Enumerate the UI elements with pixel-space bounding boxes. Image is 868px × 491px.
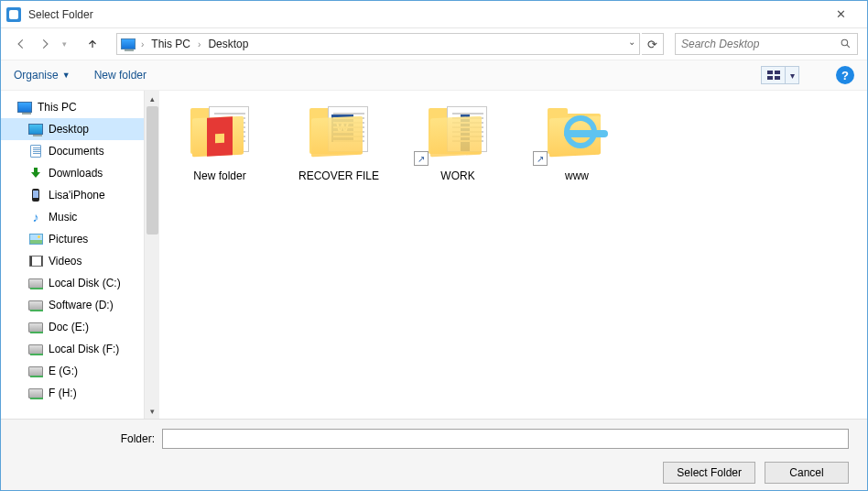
tree-label: Downloads bbox=[49, 167, 103, 180]
new-folder-button[interactable]: New folder bbox=[94, 69, 146, 82]
tree-label: This PC bbox=[38, 101, 77, 114]
folder-input[interactable] bbox=[162, 429, 849, 449]
disk-icon bbox=[28, 300, 43, 311]
search-icon bbox=[840, 38, 852, 52]
phone-icon bbox=[32, 189, 39, 202]
tree-label: Local Disk (C:) bbox=[49, 277, 121, 289]
back-button[interactable] bbox=[10, 33, 32, 55]
tree-label: Documents bbox=[49, 145, 104, 158]
nav-row: ▾ › This PC › Desktop ⌄ ⟳ bbox=[1, 28, 867, 60]
app-icon bbox=[6, 7, 21, 22]
organise-menu[interactable]: Organise ▼ bbox=[14, 69, 71, 82]
item-www[interactable]: ↗ www bbox=[531, 100, 623, 182]
nav-tree: This PC Desktop Documents Downloads Lisa… bbox=[1, 91, 144, 419]
tree-disk-e[interactable]: Doc (E:) bbox=[1, 316, 144, 338]
tree-disk-d[interactable]: Software (D:) bbox=[1, 294, 144, 316]
documents-icon bbox=[30, 145, 41, 158]
crumb-desktop[interactable]: Desktop bbox=[204, 37, 252, 51]
tree-phone[interactable]: Lisa'iPhone bbox=[1, 184, 144, 206]
tree-disk-h[interactable]: F (H:) bbox=[1, 382, 144, 404]
tree-label: Software (D:) bbox=[49, 299, 114, 311]
cancel-button[interactable]: Cancel bbox=[765, 462, 849, 484]
chevron-right-icon: › bbox=[139, 39, 146, 49]
desktop-icon bbox=[28, 124, 43, 135]
svg-rect-4 bbox=[775, 76, 780, 80]
tree-label: E (G:) bbox=[49, 365, 78, 377]
new-folder-label: New folder bbox=[94, 69, 146, 82]
tree-downloads[interactable]: Downloads bbox=[1, 162, 144, 184]
item-label: WORK bbox=[412, 169, 504, 182]
forward-button[interactable] bbox=[34, 33, 56, 55]
tree-documents[interactable]: Documents bbox=[1, 140, 144, 162]
search-box[interactable] bbox=[675, 33, 858, 55]
downloads-icon bbox=[29, 167, 42, 180]
footer: Folder: Select Folder Cancel bbox=[1, 419, 867, 490]
tree-scrollbar[interactable]: ▴ ▾ bbox=[144, 91, 159, 419]
tree-disk-f[interactable]: Local Disk (F:) bbox=[1, 338, 144, 360]
svg-point-0 bbox=[841, 39, 848, 46]
chevron-down-icon: ▼ bbox=[62, 71, 71, 80]
file-pane[interactable]: New folder W RECOVER FILE ↗ WORK ↗ www bbox=[159, 91, 867, 419]
titlebar: Select Folder ✕ bbox=[1, 1, 867, 28]
select-folder-button[interactable]: Select Folder bbox=[663, 462, 755, 484]
tree-label: Music bbox=[49, 211, 77, 224]
item-recover-file[interactable]: W RECOVER FILE bbox=[293, 100, 385, 182]
item-work[interactable]: ↗ WORK bbox=[412, 100, 504, 182]
scroll-up-icon[interactable]: ▴ bbox=[145, 91, 159, 106]
tree-label: Lisa'iPhone bbox=[49, 189, 105, 202]
shortcut-icon: ↗ bbox=[414, 151, 429, 166]
address-bar[interactable]: › This PC › Desktop ⌄ bbox=[116, 33, 640, 55]
tree-music[interactable]: ♪Music bbox=[1, 206, 144, 228]
help-button[interactable]: ? bbox=[836, 66, 854, 84]
pc-icon bbox=[17, 102, 32, 113]
disk-icon bbox=[28, 388, 43, 398]
tree-pictures[interactable]: Pictures bbox=[1, 228, 144, 250]
view-mode-dropdown[interactable]: ▾ bbox=[785, 66, 799, 84]
window-title: Select Folder bbox=[28, 8, 93, 21]
tree-label: Desktop bbox=[49, 123, 89, 136]
disk-icon bbox=[28, 344, 43, 355]
folder-field-label: Folder: bbox=[19, 432, 155, 445]
tree-label: Videos bbox=[49, 255, 81, 267]
videos-icon bbox=[29, 256, 43, 267]
tree-disk-c[interactable]: Local Disk (C:) bbox=[1, 272, 144, 294]
toolbar: Organise ▼ New folder ▾ ? bbox=[1, 60, 867, 91]
chevron-right-icon: › bbox=[196, 39, 202, 49]
item-new-folder[interactable]: New folder bbox=[174, 100, 266, 182]
up-button[interactable] bbox=[81, 33, 103, 55]
tree-label: Pictures bbox=[49, 233, 88, 246]
tree-label: F (H:) bbox=[49, 387, 77, 399]
tree-label: Doc (E:) bbox=[49, 321, 89, 333]
tree-disk-g[interactable]: E (G:) bbox=[1, 360, 144, 382]
scroll-down-icon[interactable]: ▾ bbox=[145, 403, 159, 419]
music-icon: ♪ bbox=[28, 210, 43, 224]
pc-icon bbox=[121, 38, 136, 49]
crumb-this-pc[interactable]: This PC bbox=[147, 37, 194, 51]
disk-icon bbox=[28, 366, 43, 376]
disk-icon bbox=[28, 278, 43, 289]
item-label: New folder bbox=[174, 169, 266, 182]
tree-this-pc[interactable]: This PC bbox=[1, 96, 144, 118]
item-label: RECOVER FILE bbox=[293, 169, 385, 182]
recent-locations[interactable]: ▾ bbox=[58, 33, 71, 55]
tree-label: Local Disk (F:) bbox=[49, 343, 119, 355]
scroll-thumb[interactable] bbox=[146, 106, 158, 235]
disk-icon bbox=[28, 322, 43, 333]
close-button[interactable]: ✕ bbox=[820, 1, 862, 28]
tree-videos[interactable]: Videos bbox=[1, 250, 144, 272]
svg-rect-2 bbox=[775, 71, 780, 74]
refresh-button[interactable]: ⟳ bbox=[642, 33, 664, 55]
shortcut-icon: ↗ bbox=[533, 151, 548, 166]
organise-label: Organise bbox=[14, 69, 59, 82]
tree-desktop[interactable]: Desktop bbox=[1, 118, 144, 140]
item-label: www bbox=[531, 169, 623, 182]
svg-rect-1 bbox=[767, 71, 773, 74]
pictures-icon bbox=[29, 234, 43, 245]
svg-rect-3 bbox=[767, 76, 773, 80]
search-input[interactable] bbox=[681, 38, 852, 50]
view-mode-button[interactable] bbox=[761, 66, 785, 84]
address-dropdown[interactable]: ⌄ bbox=[628, 37, 635, 47]
